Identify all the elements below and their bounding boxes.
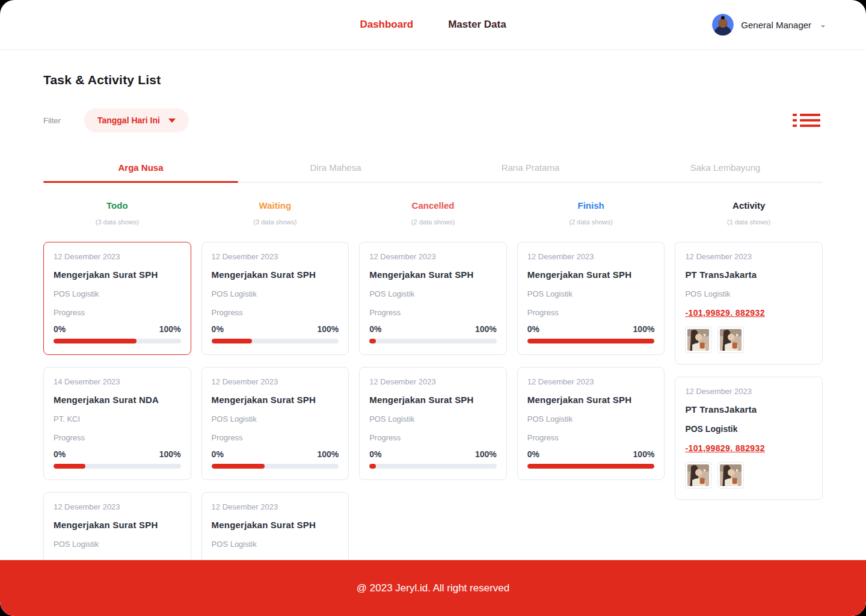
filter-date-dropdown[interactable]: Tanggal Hari Ini xyxy=(84,108,189,132)
card-title: Mengerjakan Surat NDA xyxy=(54,395,181,405)
filter-row: Filter Tanggal Hari Ini xyxy=(43,108,823,132)
tab-rana-pratama[interactable]: Rana Pratama xyxy=(433,156,628,182)
progress-bar xyxy=(54,339,181,343)
column-count-cancelled: (2 data shows) xyxy=(359,218,507,226)
progress-fill xyxy=(369,464,376,469)
card-company: POS Logistik xyxy=(527,289,655,298)
card-date: 12 Desember 2023 xyxy=(212,502,339,511)
card-date: 12 Desember 2023 xyxy=(54,252,181,261)
progress-fill xyxy=(527,339,655,343)
activity-photo-thumbnail[interactable] xyxy=(717,327,744,353)
column-count-waiting: (3 data shows) xyxy=(201,218,349,226)
progress-fill xyxy=(54,339,137,343)
activity-photo-thumbnail[interactable] xyxy=(717,462,744,488)
card-title: PT TransJakarta xyxy=(685,270,812,280)
card-company: PT. KCI xyxy=(54,414,181,424)
task-card[interactable]: 12 Desember 2023 Mengerjakan Surat SPH P… xyxy=(517,242,665,355)
column-cancelled: Cancelled (2 data shows) 12 Desember 202… xyxy=(359,200,507,480)
task-card[interactable]: 12 Desember 2023 Mengerjakan Surat SPH P… xyxy=(43,242,191,355)
card-title: Mengerjakan Surat SPH xyxy=(527,395,655,405)
card-company: POS Logistik xyxy=(212,540,339,549)
column-title-waiting: Waiting xyxy=(201,200,349,211)
profile-menu[interactable]: General Manager ⌄ xyxy=(712,0,826,49)
nav-item-dashboard[interactable]: Dashboard xyxy=(360,19,413,31)
progress-label: Progress xyxy=(369,433,497,442)
tab-dira-mahesa[interactable]: Dira Mahesa xyxy=(238,156,433,182)
footer: @ 2023 Jeryl.id. All right reserved xyxy=(0,560,866,616)
progress-fill xyxy=(212,339,253,343)
card-date: 12 Desember 2023 xyxy=(369,377,497,386)
progress-min: 0% xyxy=(369,324,381,334)
column-waiting: Waiting (3 data shows) 12 Desember 2023 … xyxy=(201,200,349,605)
activity-photo-thumbnail[interactable] xyxy=(685,327,711,353)
activity-photo-thumbnail[interactable] xyxy=(685,462,711,488)
progress-min: 0% xyxy=(212,449,224,459)
kanban-board: Todo (3 data shows) 12 Desember 2023 Men… xyxy=(43,200,823,605)
task-card[interactable]: 12 Desember 2023 Mengerjakan Surat SPH P… xyxy=(359,367,507,480)
card-company: POS Logistik xyxy=(54,289,181,298)
progress-fill xyxy=(369,339,376,343)
card-company: POS Logistik xyxy=(212,289,339,298)
card-date: 12 Desember 2023 xyxy=(212,252,339,261)
card-company: POS Logistik xyxy=(685,289,812,298)
progress-bar xyxy=(369,339,497,343)
activity-card[interactable]: 12 Desember 2023 PT TransJakarta POS Log… xyxy=(675,242,823,365)
chevron-down-icon: ⌄ xyxy=(820,20,826,29)
task-card[interactable]: 12 Desember 2023 Mengerjakan Surat SPH P… xyxy=(517,367,665,480)
list-view-toggle-button[interactable] xyxy=(790,111,823,129)
card-company: POS Logistik xyxy=(685,424,812,434)
progress-fill xyxy=(212,464,265,469)
card-company: POS Logistik xyxy=(54,540,181,549)
card-title: Mengerjakan Surat SPH xyxy=(212,520,339,530)
column-title-finish: Finish xyxy=(517,200,665,211)
card-title: Mengerjakan Surat SPH xyxy=(369,270,497,280)
progress-min: 0% xyxy=(527,449,539,459)
progress-max: 100% xyxy=(633,449,655,459)
progress-bar xyxy=(212,464,339,469)
progress-bar xyxy=(54,464,181,469)
progress-label: Progress xyxy=(369,308,497,317)
coordinates-link[interactable]: -101,99829. 882932 xyxy=(685,443,765,453)
top-navbar: Dashboard Master Data General Manager ⌄ xyxy=(0,0,866,50)
task-card[interactable]: 14 Desember 2023 Mengerjakan Surat NDA P… xyxy=(43,367,191,480)
column-title-cancelled: Cancelled xyxy=(359,200,507,211)
progress-label: Progress xyxy=(54,433,181,442)
progress-label: Progress xyxy=(54,308,181,317)
card-title: Mengerjakan Surat SPH xyxy=(369,395,497,405)
main-nav: Dashboard Master Data xyxy=(360,0,506,49)
progress-label: Progress xyxy=(212,308,339,317)
progress-min: 0% xyxy=(54,324,66,334)
progress-bar xyxy=(369,464,497,469)
coordinates-link[interactable]: -101,99829. 882932 xyxy=(685,308,765,318)
card-title: Mengerjakan Surat SPH xyxy=(212,270,339,280)
progress-fill xyxy=(527,464,655,469)
card-company: POS Logistik xyxy=(369,289,497,298)
progress-label: Progress xyxy=(212,433,339,442)
nav-item-master-data[interactable]: Master Data xyxy=(448,19,506,31)
card-date: 12 Desember 2023 xyxy=(527,252,655,261)
card-title: Mengerjakan Surat SPH xyxy=(527,270,655,280)
card-date: 12 Desember 2023 xyxy=(54,502,181,511)
progress-min: 0% xyxy=(369,449,381,459)
tab-arga-nusa[interactable]: Arga Nusa xyxy=(43,156,238,182)
list-icon xyxy=(793,114,820,116)
progress-bar xyxy=(527,339,655,343)
progress-label: Progress xyxy=(527,433,655,442)
card-title: Mengerjakan Surat SPH xyxy=(54,270,181,280)
progress-label: Progress xyxy=(527,308,655,317)
task-card[interactable]: 12 Desember 2023 Mengerjakan Surat SPH P… xyxy=(201,242,349,355)
card-title: Mengerjakan Surat SPH xyxy=(212,395,339,405)
card-title: PT TransJakarta xyxy=(685,404,812,414)
avatar xyxy=(712,14,734,35)
progress-fill xyxy=(54,464,85,469)
progress-max: 100% xyxy=(159,449,181,459)
column-finish: Finish (2 data shows) 12 Desember 2023 M… xyxy=(517,200,665,480)
activity-card[interactable]: 12 Desember 2023 PT TransJakarta POS Log… xyxy=(675,377,823,500)
column-count-todo: (3 data shows) xyxy=(43,218,191,226)
person-tabs: Arga Nusa Dira Mahesa Rana Pratama Saka … xyxy=(43,156,823,183)
task-card[interactable]: 12 Desember 2023 Mengerjakan Surat SPH P… xyxy=(201,367,349,480)
progress-min: 0% xyxy=(54,449,66,459)
tab-saka-lembayung[interactable]: Saka Lembayung xyxy=(628,156,823,182)
progress-bar xyxy=(212,339,339,343)
task-card[interactable]: 12 Desember 2023 Mengerjakan Surat SPH P… xyxy=(359,242,507,355)
